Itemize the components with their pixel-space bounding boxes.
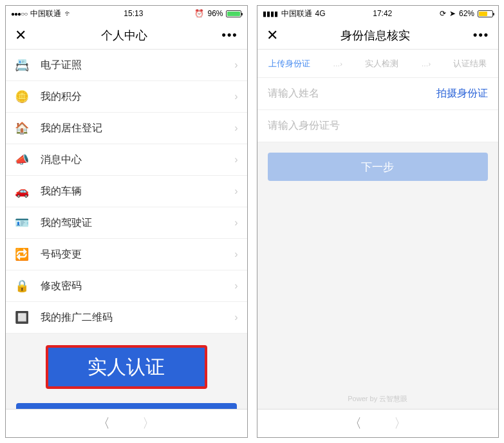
menu-item[interactable]: 🔁号码变更›	[6, 239, 247, 270]
menu-item[interactable]: 📣消息中心›	[6, 144, 247, 176]
menu-item[interactable]: 🚗我的车辆›	[6, 176, 247, 207]
nav-bar: ✕ 身份信息核实 •••	[257, 21, 499, 50]
id-placeholder: 请输入身份证号	[268, 119, 489, 133]
signal-icon: ●●●○○	[11, 10, 27, 17]
menu-label: 我的车辆	[41, 185, 234, 198]
step-row: 上传身份证 …› 实人检测 …› 认证结果	[257, 50, 499, 78]
forward-arrow-icon[interactable]: 〉	[394, 415, 407, 432]
menu-icon: 🚗	[15, 184, 29, 198]
close-icon[interactable]: ✕	[15, 27, 26, 44]
menu-label: 电子证照	[41, 59, 234, 72]
id-input-row[interactable]: 请输入身份证号	[257, 110, 499, 142]
menu-list: 📇电子证照›🪙我的积分›🏠我的居住登记›📣消息中心›🚗我的车辆›🪪我的驾驶证›🔁…	[6, 50, 247, 334]
next-button-wrap: 下一步	[257, 142, 499, 191]
menu-icon: 📣	[15, 153, 29, 167]
signal-icon: ▮▮▮▮	[263, 10, 278, 18]
step-arrow-icon: …›	[421, 60, 431, 68]
menu-item[interactable]: 🪪我的驾驶证›	[6, 207, 247, 239]
menu-label: 号码变更	[41, 248, 234, 261]
bottom-nav: 〈 〉	[257, 409, 499, 437]
back-arrow-icon[interactable]: 〈	[349, 415, 362, 432]
chevron-right-icon: ›	[234, 217, 238, 229]
menu-icon: 🔁	[15, 247, 29, 261]
step-detect: 实人检测	[365, 58, 398, 70]
clock-label: 15:13	[124, 9, 143, 18]
menu-icon: 🪙	[15, 90, 29, 104]
status-bar: ▮▮▮▮ 中国联通 4G 17:42 ⟳ ➤ 62%	[257, 6, 499, 21]
battery-percent: 62%	[459, 9, 474, 18]
menu-item[interactable]: 🪙我的积分›	[6, 81, 247, 113]
carrier-label: 中国联通	[30, 8, 61, 19]
menu-item[interactable]: 🔲我的推广二维码›	[6, 302, 247, 334]
back-arrow-icon[interactable]: 〈	[97, 415, 110, 432]
close-icon[interactable]: ✕	[266, 27, 278, 44]
menu-label: 我的积分	[41, 90, 234, 104]
nav-bar: ✕ 个人中心 •••	[6, 21, 247, 50]
home-button[interactable]: 返回首页	[16, 403, 237, 409]
button-area: 实人认证 返回首页	[6, 334, 247, 409]
chevron-right-icon: ›	[234, 280, 238, 292]
chevron-right-icon: ›	[234, 249, 238, 260]
shoot-id-action[interactable]: 拍摄身份证	[436, 87, 488, 100]
status-bar: ●●●○○ 中国联通 ᯤ 15:13 ⏰ 96%	[6, 6, 247, 21]
menu-label: 我的驾驶证	[41, 216, 234, 230]
menu-icon: 🪪	[15, 216, 29, 230]
menu-icon: 📇	[15, 58, 29, 72]
phone-right: ▮▮▮▮ 中国联通 4G 17:42 ⟳ ➤ 62% ✕ 身份信息核实 ••• …	[257, 5, 499, 438]
auth-button-highlight: 实人认证	[46, 345, 207, 389]
menu-icon: 🔲	[15, 310, 29, 325]
chevron-right-icon: ›	[234, 91, 238, 102]
step-arrow-icon: …›	[333, 60, 342, 68]
chevron-right-icon: ›	[234, 185, 238, 197]
content-area: 上传身份证 …› 实人检测 …› 认证结果 请输入姓名 拍摄身份证 请输入身份证…	[257, 50, 499, 409]
menu-icon: 🏠	[15, 121, 29, 135]
chevron-right-icon: ›	[234, 122, 238, 134]
name-placeholder: 请输入姓名	[268, 87, 437, 100]
menu-icon: 🔒	[15, 279, 29, 293]
rotation-icon: ⟳	[440, 9, 446, 18]
step-result: 认证结果	[453, 58, 487, 70]
menu-label: 消息中心	[41, 153, 234, 167]
page-title: 身份信息核实	[341, 28, 410, 43]
more-icon[interactable]: •••	[473, 28, 489, 42]
forward-arrow-icon[interactable]: 〉	[142, 415, 155, 432]
more-icon[interactable]: •••	[222, 28, 238, 42]
powered-by-label: Power by 云智慧眼	[257, 394, 499, 409]
step-upload: 上传身份证	[268, 58, 310, 70]
menu-label: 我的居住登记	[41, 122, 234, 135]
name-input-row[interactable]: 请输入姓名 拍摄身份证	[257, 78, 499, 110]
menu-item[interactable]: 🔒修改密码›	[6, 270, 247, 302]
content-area: 📇电子证照›🪙我的积分›🏠我的居住登记›📣消息中心›🚗我的车辆›🪪我的驾驶证›🔁…	[6, 50, 247, 409]
alarm-icon: ⏰	[194, 9, 204, 18]
chevron-right-icon: ›	[234, 59, 238, 71]
page-title: 个人中心	[101, 28, 147, 43]
auth-button[interactable]: 实人认证	[48, 348, 205, 386]
menu-item[interactable]: 📇电子证照›	[6, 50, 247, 81]
battery-icon	[478, 10, 493, 17]
menu-label: 修改密码	[41, 279, 234, 293]
location-icon: ➤	[449, 9, 456, 18]
carrier-label: 中国联通	[281, 8, 312, 19]
chevron-right-icon: ›	[234, 312, 238, 323]
battery-percent: 96%	[207, 9, 223, 18]
battery-icon	[226, 10, 241, 17]
next-button[interactable]: 下一步	[268, 153, 489, 181]
menu-item[interactable]: 🏠我的居住登记›	[6, 113, 247, 144]
phone-left: ●●●○○ 中国联通 ᯤ 15:13 ⏰ 96% ✕ 个人中心 ••• 📇电子证…	[5, 5, 248, 438]
wifi-icon: ᯤ	[64, 9, 72, 18]
menu-label: 我的推广二维码	[41, 311, 234, 325]
chevron-right-icon: ›	[234, 154, 238, 165]
network-label: 4G	[315, 9, 326, 18]
bottom-nav: 〈 〉	[6, 409, 247, 437]
clock-label: 17:42	[373, 9, 392, 18]
